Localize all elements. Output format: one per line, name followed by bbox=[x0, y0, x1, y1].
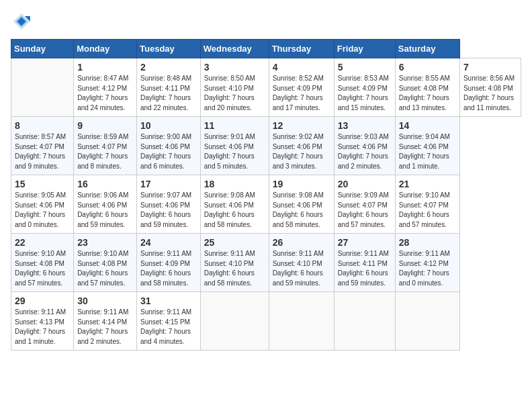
day-number: 5 bbox=[338, 62, 392, 73]
day-info: Sunrise: 9:10 AM Sunset: 4:07 PM Dayligh… bbox=[399, 191, 456, 230]
day-number: 21 bbox=[399, 179, 456, 189]
day-info: Sunrise: 9:11 AM Sunset: 4:15 PM Dayligh… bbox=[140, 308, 197, 347]
calendar-cell: 19 Sunrise: 9:08 AM Sunset: 4:06 PM Dayl… bbox=[269, 175, 334, 234]
calendar-cell: 24 Sunrise: 9:11 AM Sunset: 4:09 PM Dayl… bbox=[137, 234, 201, 292]
weekday-header-monday: Monday bbox=[74, 40, 137, 58]
weekday-header-friday: Friday bbox=[334, 40, 395, 58]
calendar-cell: 21 Sunrise: 9:10 AM Sunset: 4:07 PM Dayl… bbox=[395, 175, 459, 234]
day-number: 11 bbox=[204, 120, 265, 131]
day-number: 14 bbox=[399, 120, 456, 131]
calendar-cell bbox=[334, 292, 395, 351]
calendar-cell: 5 Sunrise: 8:53 AM Sunset: 4:09 PM Dayli… bbox=[334, 58, 395, 117]
calendar-cell: 22 Sunrise: 9:10 AM Sunset: 4:08 PM Dayl… bbox=[11, 234, 74, 292]
day-info: Sunrise: 9:11 AM Sunset: 4:10 PM Dayligh… bbox=[273, 249, 330, 288]
calendar-cell: 28 Sunrise: 9:11 AM Sunset: 4:12 PM Dayl… bbox=[395, 234, 459, 292]
calendar-cell: 6 Sunrise: 8:55 AM Sunset: 4:08 PM Dayli… bbox=[395, 58, 459, 117]
day-number: 30 bbox=[77, 295, 133, 306]
day-info: Sunrise: 8:53 AM Sunset: 4:09 PM Dayligh… bbox=[338, 74, 392, 113]
calendar-cell: 12 Sunrise: 9:02 AM Sunset: 4:06 PM Dayl… bbox=[269, 117, 334, 175]
day-number: 19 bbox=[273, 179, 330, 189]
day-info: Sunrise: 8:52 AM Sunset: 4:09 PM Dayligh… bbox=[273, 74, 330, 113]
day-info: Sunrise: 9:06 AM Sunset: 4:06 PM Dayligh… bbox=[77, 191, 133, 230]
weekday-header-row: SundayMondayTuesdayWednesdayThursdayFrid… bbox=[11, 40, 521, 58]
day-info: Sunrise: 9:10 AM Sunset: 4:08 PM Dayligh… bbox=[77, 249, 133, 288]
calendar-cell: 31 Sunrise: 9:11 AM Sunset: 4:15 PM Dayl… bbox=[137, 292, 201, 351]
calendar-week-2: 8 Sunrise: 8:57 AM Sunset: 4:07 PM Dayli… bbox=[11, 117, 521, 175]
calendar-cell: 25 Sunrise: 9:11 AM Sunset: 4:10 PM Dayl… bbox=[200, 234, 269, 292]
day-info: Sunrise: 8:55 AM Sunset: 4:08 PM Dayligh… bbox=[399, 74, 456, 113]
day-info: Sunrise: 9:05 AM Sunset: 4:06 PM Dayligh… bbox=[15, 191, 70, 230]
weekday-header-thursday: Thursday bbox=[269, 40, 334, 58]
calendar-cell: 16 Sunrise: 9:06 AM Sunset: 4:06 PM Dayl… bbox=[74, 175, 137, 234]
day-number: 31 bbox=[140, 295, 197, 306]
day-number: 9 bbox=[77, 120, 133, 131]
calendar-cell: 30 Sunrise: 9:11 AM Sunset: 4:14 PM Dayl… bbox=[74, 292, 137, 351]
day-number: 16 bbox=[77, 179, 133, 189]
day-info: Sunrise: 9:11 AM Sunset: 4:14 PM Dayligh… bbox=[77, 308, 133, 347]
weekday-header-sunday: Sunday bbox=[11, 40, 74, 58]
day-info: Sunrise: 8:48 AM Sunset: 4:11 PM Dayligh… bbox=[140, 74, 197, 113]
day-number: 8 bbox=[15, 120, 70, 131]
day-number: 20 bbox=[338, 179, 392, 189]
day-info: Sunrise: 9:08 AM Sunset: 4:06 PM Dayligh… bbox=[204, 191, 265, 230]
day-info: Sunrise: 9:01 AM Sunset: 4:06 PM Dayligh… bbox=[204, 132, 265, 171]
day-info: Sunrise: 9:11 AM Sunset: 4:10 PM Dayligh… bbox=[204, 249, 265, 288]
day-info: Sunrise: 9:03 AM Sunset: 4:06 PM Dayligh… bbox=[338, 132, 392, 171]
calendar-week-3: 15 Sunrise: 9:05 AM Sunset: 4:06 PM Dayl… bbox=[11, 175, 521, 234]
day-number: 7 bbox=[463, 62, 517, 73]
calendar-cell: 20 Sunrise: 9:09 AM Sunset: 4:07 PM Dayl… bbox=[334, 175, 395, 234]
day-number: 10 bbox=[140, 120, 197, 131]
calendar-cell: 26 Sunrise: 9:11 AM Sunset: 4:10 PM Dayl… bbox=[269, 234, 334, 292]
day-info: Sunrise: 8:50 AM Sunset: 4:10 PM Dayligh… bbox=[204, 74, 265, 113]
calendar-cell bbox=[11, 58, 74, 117]
calendar-cell: 14 Sunrise: 9:04 AM Sunset: 4:06 PM Dayl… bbox=[395, 117, 459, 175]
page-header bbox=[11, 11, 521, 32]
day-number: 26 bbox=[273, 237, 330, 248]
day-number: 22 bbox=[15, 237, 70, 248]
calendar-cell: 9 Sunrise: 8:59 AM Sunset: 4:07 PM Dayli… bbox=[74, 117, 137, 175]
calendar-cell: 1 Sunrise: 8:47 AM Sunset: 4:12 PM Dayli… bbox=[74, 58, 137, 117]
logo-icon bbox=[11, 11, 32, 32]
day-number: 27 bbox=[338, 237, 392, 248]
day-info: Sunrise: 8:47 AM Sunset: 4:12 PM Dayligh… bbox=[77, 74, 133, 113]
day-number: 1 bbox=[77, 62, 133, 73]
day-number: 2 bbox=[140, 62, 197, 73]
day-info: Sunrise: 9:11 AM Sunset: 4:11 PM Dayligh… bbox=[338, 249, 392, 288]
day-number: 4 bbox=[273, 62, 330, 73]
day-info: Sunrise: 9:02 AM Sunset: 4:06 PM Dayligh… bbox=[273, 132, 330, 171]
calendar-cell: 4 Sunrise: 8:52 AM Sunset: 4:09 PM Dayli… bbox=[269, 58, 334, 117]
day-number: 29 bbox=[15, 295, 70, 306]
calendar-cell: 18 Sunrise: 9:08 AM Sunset: 4:06 PM Dayl… bbox=[200, 175, 269, 234]
day-info: Sunrise: 9:11 AM Sunset: 4:12 PM Dayligh… bbox=[399, 249, 456, 288]
calendar-cell: 23 Sunrise: 9:10 AM Sunset: 4:08 PM Dayl… bbox=[74, 234, 137, 292]
day-info: Sunrise: 9:11 AM Sunset: 4:13 PM Dayligh… bbox=[15, 308, 70, 347]
calendar-cell bbox=[269, 292, 334, 351]
day-number: 18 bbox=[204, 179, 265, 189]
calendar-week-5: 29 Sunrise: 9:11 AM Sunset: 4:13 PM Dayl… bbox=[11, 292, 521, 351]
day-info: Sunrise: 9:04 AM Sunset: 4:06 PM Dayligh… bbox=[399, 132, 456, 171]
day-info: Sunrise: 9:11 AM Sunset: 4:09 PM Dayligh… bbox=[140, 249, 197, 288]
calendar-cell: 15 Sunrise: 9:05 AM Sunset: 4:06 PM Dayl… bbox=[11, 175, 74, 234]
day-number: 17 bbox=[140, 179, 197, 189]
day-info: Sunrise: 8:59 AM Sunset: 4:07 PM Dayligh… bbox=[77, 132, 133, 171]
calendar-cell: 3 Sunrise: 8:50 AM Sunset: 4:10 PM Dayli… bbox=[200, 58, 269, 117]
day-info: Sunrise: 9:10 AM Sunset: 4:08 PM Dayligh… bbox=[15, 249, 70, 288]
day-number: 6 bbox=[399, 62, 456, 73]
calendar-cell: 2 Sunrise: 8:48 AM Sunset: 4:11 PM Dayli… bbox=[137, 58, 201, 117]
calendar-cell: 17 Sunrise: 9:07 AM Sunset: 4:06 PM Dayl… bbox=[137, 175, 201, 234]
calendar-week-4: 22 Sunrise: 9:10 AM Sunset: 4:08 PM Dayl… bbox=[11, 234, 521, 292]
day-info: Sunrise: 8:56 AM Sunset: 4:08 PM Dayligh… bbox=[463, 74, 517, 113]
calendar-cell: 11 Sunrise: 9:01 AM Sunset: 4:06 PM Dayl… bbox=[200, 117, 269, 175]
weekday-header-tuesday: Tuesday bbox=[137, 40, 201, 58]
calendar-table: SundayMondayTuesdayWednesdayThursdayFrid… bbox=[11, 39, 521, 351]
calendar-cell: 27 Sunrise: 9:11 AM Sunset: 4:11 PM Dayl… bbox=[334, 234, 395, 292]
day-number: 13 bbox=[338, 120, 392, 131]
logo bbox=[11, 11, 35, 32]
calendar-cell: 10 Sunrise: 9:00 AM Sunset: 4:06 PM Dayl… bbox=[137, 117, 201, 175]
day-number: 23 bbox=[77, 237, 133, 248]
day-info: Sunrise: 9:00 AM Sunset: 4:06 PM Dayligh… bbox=[140, 132, 197, 171]
day-info: Sunrise: 9:07 AM Sunset: 4:06 PM Dayligh… bbox=[140, 191, 197, 230]
day-number: 25 bbox=[204, 237, 265, 248]
day-info: Sunrise: 9:09 AM Sunset: 4:07 PM Dayligh… bbox=[338, 191, 392, 230]
day-info: Sunrise: 9:08 AM Sunset: 4:06 PM Dayligh… bbox=[273, 191, 330, 230]
